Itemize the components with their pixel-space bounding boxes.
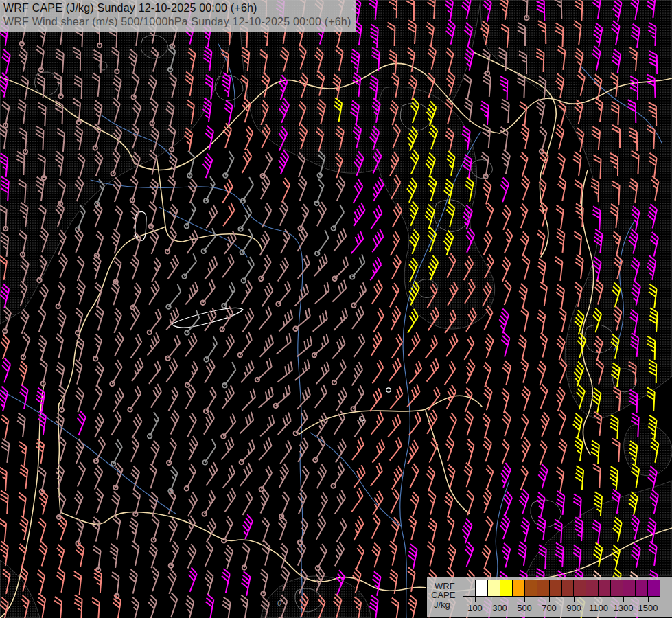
cape-legend: WRF CAPE J/kg 10030050070090011001300150… [426,577,672,617]
contour-value-label: 0 [277,599,281,607]
legend-tick [599,597,599,602]
legend-tick-label: 1100 [589,603,608,613]
legend-color-cell [636,580,648,597]
legend-tick [574,597,575,602]
wrf-weather-map: 0 WRF CAPE (J/kg) Sunday 12-10-2025 00:0… [0,0,672,618]
legend-tick-label: 900 [566,603,581,613]
legend-tick [524,597,525,602]
title-bar: WRF CAPE (J/kg) Sunday 12-10-2025 00:00 … [0,0,356,32]
legend-color-cell [500,580,513,597]
legend-color-cell [586,580,599,597]
legend-color-cell [599,580,611,597]
legend-color-cell [513,580,525,597]
legend-color-cell [463,580,476,597]
legend-tick [500,597,500,602]
legend-color-cell [611,580,623,597]
title-shear-line: WRF Wind shear (m/s) 500/1000hPa Sunday … [3,15,351,29]
legend-color-cell [574,580,586,597]
legend-tick [475,597,476,602]
legend-color-cell [488,580,500,597]
legend-color-cell [623,580,636,597]
legend-tick [549,597,550,602]
title-cape-line: WRF CAPE (J/kg) Sunday 12-10-2025 00:00 … [3,1,351,15]
legend-color-cell [648,580,660,597]
legend-tick [623,597,624,602]
legend-tick-label: 1300 [614,603,634,613]
legend-tick-label: 100 [467,603,483,613]
legend-color-cell [550,580,562,597]
legend-color-cell [537,580,550,597]
legend-tick-label: 500 [517,603,532,613]
legend-variable-label: CAPE [431,591,455,599]
legend-tick-label: 1500 [638,603,658,613]
legend-color-cell [525,580,537,597]
legend-tick [648,597,649,602]
legend-color-cell [562,580,575,597]
legend-tick-label: 300 [492,603,507,613]
legend-tick-label: 700 [542,603,557,613]
legend-units-label: J/kg [434,600,450,609]
legend-color-cell [476,580,488,597]
map-canvas [0,0,672,618]
legend-colorbar [463,580,660,597]
